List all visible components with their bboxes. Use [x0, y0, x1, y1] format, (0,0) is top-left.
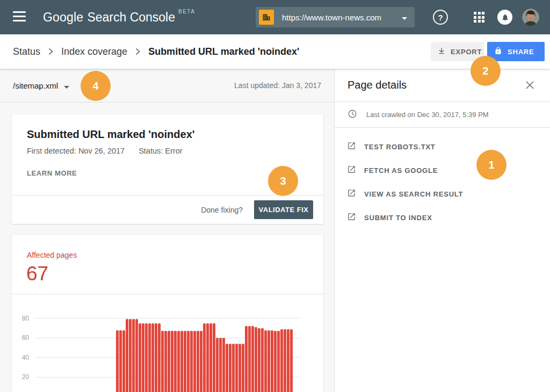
chart-bar	[193, 331, 196, 392]
chart-bar	[219, 338, 222, 392]
share-label: SHARE	[508, 48, 534, 56]
share-button[interactable]: SHARE	[487, 42, 545, 61]
chart-bar	[213, 323, 215, 392]
last-crawled-text: Last crawled on Dec 30, 2017, 5:39 PM	[366, 111, 489, 119]
open-in-new-icon	[347, 165, 356, 176]
chart-gridline	[35, 318, 300, 318]
done-fixing-text: Done fixing?	[201, 206, 243, 214]
sitemap-dropdown-value: /sitemap.xml	[13, 81, 58, 90]
bar-chart-plot: 20406080	[35, 299, 300, 392]
open-in-new-icon	[347, 212, 356, 223]
chart-bar	[155, 323, 157, 392]
link-label: VIEW AS SEARCH RESULT	[364, 190, 463, 198]
breadcrumb-current-page: Submitted URL marked 'noindex'	[148, 46, 299, 57]
chart-bar	[139, 323, 141, 392]
menu-icon[interactable]	[13, 11, 26, 23]
clock-icon	[348, 109, 357, 121]
notifications-bell-icon[interactable]	[497, 10, 512, 25]
chart-bar	[235, 344, 238, 392]
submit-to-index-link[interactable]: SUBMIT TO INDEX	[335, 206, 550, 229]
chevron-down-icon	[64, 81, 69, 91]
link-label: TEST ROBOTS.TXT	[364, 143, 436, 151]
chart-bar	[284, 329, 286, 392]
chart-bar	[216, 338, 219, 392]
export-label: EXPORT	[451, 48, 482, 56]
chart-bar	[142, 323, 144, 392]
chart-bar	[158, 323, 161, 392]
chart-bar	[116, 330, 119, 392]
annotation-badge-1: 1	[476, 150, 506, 180]
link-label: SUBMIT TO INDEX	[364, 214, 432, 222]
chart-bar	[168, 331, 170, 392]
issue-meta: First detected: Nov 26, 2017 Status: Err…	[27, 147, 183, 155]
chart-bar	[180, 331, 183, 392]
chart-bar	[287, 329, 290, 392]
chart-bar	[132, 319, 135, 392]
chart-bar	[261, 328, 264, 392]
property-url-value: https://www.town-news.com	[282, 13, 402, 22]
chart-bar	[206, 323, 209, 392]
card-divider	[12, 294, 323, 294]
chart-bar	[171, 331, 173, 392]
breadcrumb-bar: Status Index coverage Submitted URL mark…	[0, 34, 550, 69]
page-actions-list: TEST ROBOTS.TXT FETCH AS GOOGLE VIEW AS …	[335, 128, 550, 229]
chart-bar	[232, 344, 235, 392]
close-icon[interactable]	[524, 80, 535, 91]
view-as-search-result-link[interactable]: VIEW AS SEARCH RESULT	[335, 182, 550, 206]
annotation-badge-3: 3	[268, 166, 298, 196]
breadcrumb-status[interactable]: Status	[13, 46, 40, 57]
chart-bar	[164, 331, 167, 392]
page-details-panel: Page details Last crawled on Dec 30, 201…	[334, 69, 550, 392]
test-robots-link[interactable]: TEST ROBOTS.TXT	[335, 135, 550, 158]
chart-bar	[274, 331, 277, 392]
first-detected-text: First detected: Nov 26, 2017	[27, 147, 125, 155]
annotation-badge-4: 4	[81, 71, 111, 101]
learn-more-link[interactable]: LEARN MORE	[27, 169, 77, 177]
fetch-as-google-link[interactable]: FETCH AS GOOGLE	[335, 158, 550, 182]
chart-bar	[200, 331, 202, 392]
chart-bar	[238, 344, 241, 392]
chart-bar	[245, 326, 248, 392]
last-updated-text: Last updated: Jan 3, 2017	[234, 81, 321, 90]
chart-bar	[151, 323, 154, 392]
issue-title: Submitted URL marked 'noindex'	[27, 128, 195, 141]
chart-bar	[242, 344, 244, 392]
breadcrumb-index-coverage[interactable]: Index coverage	[61, 46, 127, 57]
chart-bar	[184, 331, 186, 392]
user-avatar[interactable]	[522, 9, 539, 26]
y-axis-tick-label: 20	[10, 373, 29, 381]
top-app-bar: Google Search Console BETA https://www.t…	[0, 0, 550, 34]
report-main-area: /sitemap.xml Last updated: Jan 3, 2017 S…	[0, 69, 334, 392]
app-window: Google Search Console BETA https://www.t…	[0, 0, 550, 392]
export-button[interactable]: EXPORT	[431, 42, 484, 61]
chart-bar	[229, 344, 231, 392]
chart-bar	[290, 329, 293, 392]
chart-bar	[135, 319, 138, 392]
chart-bars	[116, 319, 293, 392]
validate-fix-button[interactable]: VALIDATE FIX	[254, 200, 313, 219]
chevron-right-icon	[135, 48, 140, 55]
logo-product-text: Search Console	[87, 10, 175, 25]
property-selector[interactable]: https://www.town-news.com	[256, 7, 415, 27]
chart-bar	[126, 319, 128, 392]
chart-bar	[280, 329, 283, 392]
chart-bar	[255, 327, 257, 392]
chart-bar	[197, 331, 199, 392]
logo-google-text: Google	[43, 10, 83, 25]
sitemap-dropdown[interactable]: /sitemap.xml	[13, 80, 69, 91]
issue-card-footer: Done fixing? VALIDATE FIX	[12, 195, 323, 224]
annotation-badge-2: 2	[471, 56, 501, 86]
page-details-header: Page details	[335, 69, 550, 102]
chart-bar	[226, 344, 228, 392]
chart-bar	[277, 331, 280, 392]
affected-pages-label: Affected pages	[27, 251, 77, 259]
help-icon[interactable]: ?	[433, 10, 448, 25]
chart-bar	[129, 319, 132, 392]
chart-bar	[161, 331, 164, 392]
chart-bar	[177, 331, 180, 392]
breadcrumb: Status Index coverage Submitted URL mark…	[13, 34, 299, 69]
apps-grid-icon[interactable]	[472, 10, 487, 25]
logo-beta-tag: BETA	[178, 9, 195, 14]
chart-bar	[251, 326, 254, 392]
affected-pages-card: Affected pages 67 20406080	[12, 235, 323, 392]
